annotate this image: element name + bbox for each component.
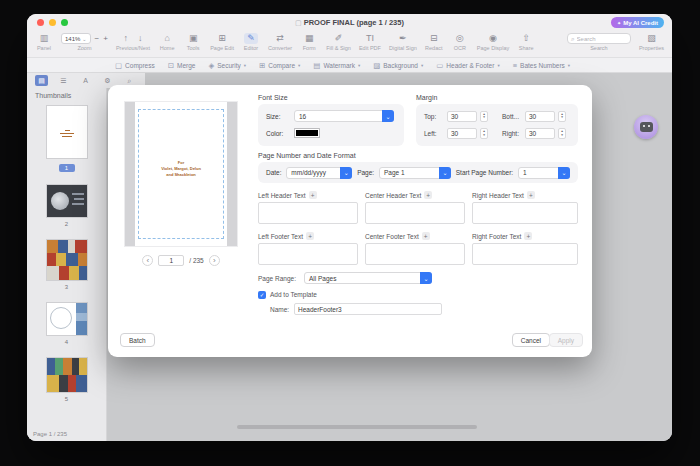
tab-annotations[interactable]: A	[79, 75, 92, 86]
margin-bottom-stepper[interactable]: ▲▼	[558, 111, 566, 122]
margin-top-input[interactable]: 30	[447, 111, 477, 122]
tab-page-edit[interactable]: ⊞ Page Edit	[210, 33, 234, 51]
share-icon: ⇧	[519, 33, 533, 44]
arrow-up-icon[interactable]: ↑	[121, 33, 132, 44]
thumb-art	[50, 307, 72, 329]
preview-page-input[interactable]: 1	[158, 255, 184, 266]
thumbnail-page-4[interactable]	[46, 302, 88, 336]
panel-toggle[interactable]: ▥ Panel	[35, 33, 53, 51]
add-macro-button[interactable]: +	[309, 191, 317, 199]
ribbon-compare[interactable]: ⊞ Compare ▾	[259, 61, 300, 70]
add-to-template-checkbox[interactable]: ✓	[258, 291, 266, 299]
tab-tools[interactable]: ▣ Tools	[184, 33, 202, 51]
zoom-level-select[interactable]: 141% ⌄	[61, 33, 91, 44]
thumbnail-number: 1	[59, 164, 75, 172]
add-macro-button[interactable]: +	[527, 191, 535, 199]
date-format-select[interactable]: mm/dd/yyyy ⌄	[286, 167, 352, 179]
watermark-icon: ▤	[313, 61, 320, 70]
ai-assistant-button[interactable]	[634, 115, 658, 139]
horizontal-scrollbar[interactable]	[237, 425, 477, 429]
margin-right-stepper[interactable]: ▲▼	[558, 128, 566, 139]
thumbnail-page-1[interactable]	[46, 105, 88, 159]
dropdown-arrow-icon: ▾	[497, 63, 499, 68]
right-header-label: Right Header Text +	[472, 191, 535, 199]
add-macro-button[interactable]: +	[422, 232, 430, 240]
ribbon-security[interactable]: ◈ Security ▾	[208, 61, 246, 70]
left-footer-label: Left Footer Text +	[258, 232, 314, 240]
tab-form[interactable]: ▦ Form	[300, 33, 318, 51]
tab-digital-sign[interactable]: ✒ Digital Sign	[389, 33, 417, 51]
add-macro-button[interactable]: +	[306, 232, 314, 240]
tab-fill-sign[interactable]: ✐ Fill & Sign	[326, 33, 351, 51]
tab-editor[interactable]: ✎ Editor	[242, 33, 260, 51]
page-edge	[125, 102, 135, 246]
margin-bottom: Bott... 30 ▲▼	[502, 110, 570, 123]
tab-ocr[interactable]: ◎ OCR	[451, 33, 469, 51]
add-macro-button[interactable]: +	[524, 232, 532, 240]
start-page-select[interactable]: 1 ⌄	[518, 167, 570, 179]
tab-page-display[interactable]: ◉ Page Display	[477, 33, 509, 51]
toolbox-icon: ▣	[186, 33, 201, 44]
apply-button[interactable]: Apply	[549, 333, 583, 347]
cancel-button[interactable]: Cancel	[512, 333, 550, 347]
chevron-down-icon: ⌄	[82, 36, 86, 42]
center-footer-input[interactable]	[365, 243, 465, 265]
zoom-in-button[interactable]: +	[103, 34, 108, 44]
tab-converter[interactable]: ⇄ Converter	[268, 33, 292, 51]
prev-next-control: ↑ ↓ Previous/Next	[116, 33, 150, 51]
ribbon-compress[interactable]: ▢ Compress	[115, 61, 155, 70]
thumbnail-page-5[interactable]	[46, 357, 88, 393]
ribbon-background[interactable]: ▨ Background ▾	[373, 61, 423, 70]
start-page-label: Start Page Number:	[456, 169, 513, 176]
right-header-input[interactable]	[472, 202, 578, 224]
center-header-input[interactable]	[365, 202, 465, 224]
font-size-select[interactable]: 16 ⌄	[294, 110, 394, 122]
right-footer-input[interactable]	[472, 243, 578, 265]
batch-button[interactable]: Batch	[120, 333, 155, 347]
margin-bottom-input[interactable]: 30	[525, 111, 555, 122]
chevron-down-icon: ⌄	[439, 167, 451, 179]
thumbnail-page-2[interactable]	[46, 184, 88, 218]
margin-top-stepper[interactable]: ▲▼	[480, 111, 488, 122]
panel-title: Thumbnails	[27, 88, 106, 105]
thumbnail-page-3[interactable]	[46, 239, 88, 281]
ai-credit-button[interactable]: ✦My AI Credit	[611, 17, 664, 28]
ocr-icon: ◎	[453, 33, 467, 44]
zoom-out-button[interactable]: −	[95, 34, 100, 44]
thumbnail-number: 5	[65, 396, 68, 402]
font-color-swatch[interactable]	[294, 128, 320, 138]
tab-stamps[interactable]: ⚙	[101, 75, 114, 86]
converter-icon: ⇄	[273, 33, 287, 44]
tab-bookmarks[interactable]: ☰	[57, 75, 70, 86]
tab-thumbnails[interactable]: ▤	[35, 75, 48, 86]
margin-left-input[interactable]: 30	[447, 128, 477, 139]
tab-edit-pdf[interactable]: TI Edit PDF	[359, 33, 381, 51]
margin-left-stepper[interactable]: ▲▼	[480, 128, 488, 139]
tab-share[interactable]: ⇧ Share	[517, 33, 535, 51]
search-control: ⌕ Search	[567, 33, 631, 51]
compare-icon: ⊞	[259, 61, 265, 70]
tab-properties[interactable]: ▧ Properties	[639, 33, 664, 51]
add-macro-button[interactable]: +	[424, 191, 432, 199]
margin-right-input[interactable]: 30	[525, 128, 555, 139]
next-page-button[interactable]: ›	[209, 255, 220, 266]
ribbon-bates-numbers[interactable]: ≡ Bates Numbers ▾	[513, 61, 570, 70]
tab-home[interactable]: ⌂ Home	[158, 33, 176, 51]
page-preview: For Violet, Margot, Delun and Shackleton	[124, 101, 238, 247]
template-name-label: Name:	[270, 306, 289, 313]
header-footer-dialog: For Violet, Margot, Delun and Shackleton…	[108, 85, 592, 357]
previous-page-button[interactable]: ‹	[142, 255, 153, 266]
tab-redact[interactable]: ⊟ Redact	[425, 33, 443, 51]
shield-icon: ◈	[208, 61, 214, 70]
left-footer-input[interactable]	[258, 243, 358, 265]
search-input[interactable]	[577, 36, 625, 42]
arrow-down-icon[interactable]: ↓	[135, 33, 146, 44]
thumbnail-number: 3	[65, 284, 68, 290]
ribbon-watermark[interactable]: ▤ Watermark ▾	[313, 61, 360, 70]
ribbon-header-footer[interactable]: ▭ Header & Footer ▾	[436, 61, 499, 70]
left-header-input[interactable]	[258, 202, 358, 224]
page-format-select[interactable]: Page 1 ⌄	[379, 167, 451, 179]
ribbon-merge[interactable]: ⊡ Merge	[168, 61, 196, 70]
page-range-select[interactable]: All Pages ⌄	[304, 272, 432, 284]
template-name-input[interactable]	[294, 303, 442, 315]
